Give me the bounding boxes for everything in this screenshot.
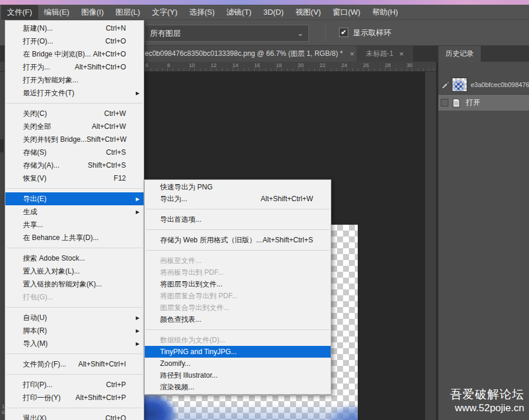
menu-item[interactable]: 打开为智能对象... (5, 74, 144, 86)
menu-item[interactable]: 打开(O)...Ctrl+O (5, 35, 144, 48)
menu-item-shortcut: Ctrl+P (106, 381, 126, 389)
menu-item-label: 打开为... (23, 62, 50, 72)
menu-item[interactable]: 路径到 Illustrator... (145, 369, 331, 381)
ruler-number: 30 (407, 62, 412, 68)
menu-item[interactable]: 自动(U)▶ (5, 311, 144, 324)
close-icon[interactable]: × (400, 49, 404, 58)
menu-item[interactable]: TinyPNG and TinyJPG... (145, 346, 331, 358)
ruler-number: 26 (363, 62, 369, 68)
menu-item[interactable]: 搜索 Adobe Stock... (5, 252, 144, 265)
menu-item[interactable]: 关闭(C)Ctrl+W (5, 107, 144, 120)
tab-history-panel[interactable]: 历史记录 (438, 46, 481, 62)
menubar-item[interactable]: 图像(I) (75, 5, 109, 19)
menu-item[interactable]: 快速导出为 PNG (145, 181, 331, 193)
menu-item-label: 打印(P)... (23, 380, 52, 390)
menu-item[interactable]: 在 Bridge 中浏览(B)...Alt+Ctrl+O (5, 48, 144, 61)
menu-item-label: 文件简介(F)... (23, 359, 66, 369)
menu-item-label: 脚本(R) (23, 326, 47, 336)
menu-item[interactable]: 生成▶ (5, 205, 144, 218)
menu-item-label: 路径到 Illustrator... (160, 371, 218, 381)
menubar-item[interactable]: 滤镜(T) (221, 5, 258, 19)
tab-untitled-document[interactable]: 未标题-1 × (357, 46, 413, 62)
menubar-item[interactable]: 文件(F) (1, 5, 38, 19)
ruler-number: 16 (254, 62, 260, 68)
menu-item[interactable]: 打开为...Alt+Shift+Ctrl+O (5, 61, 144, 74)
menu-item[interactable]: 关闭全部Alt+Ctrl+W (5, 120, 144, 133)
menu-item-label: 导入(M) (23, 339, 48, 349)
check-icon: ✔ (341, 28, 347, 36)
menubar-item[interactable]: 3D(D) (257, 5, 290, 19)
menubar-item[interactable]: 文字(Y) (146, 5, 183, 19)
menu-item[interactable]: 存储(S)Ctrl+S (5, 146, 144, 159)
menu-item[interactable]: Zoomify... (145, 358, 331, 369)
menu-item[interactable]: 置入嵌入对象(L)... (5, 265, 144, 278)
menubar-item[interactable]: 选择(S) (183, 5, 220, 19)
ruler-number: 10 (189, 62, 195, 68)
submenu-arrow-icon: ▶ (136, 209, 139, 215)
menu-item-label: 将画板导出到 PDF... (160, 268, 224, 278)
menu-item[interactable]: 打印(P)...Ctrl+P (5, 378, 144, 391)
submenu-arrow-icon: ▶ (136, 341, 139, 346)
sample-layers-dropdown[interactable]: 所有图层 ⌄ (145, 25, 309, 42)
vertical-scrollbar[interactable] (425, 72, 436, 420)
menu-item: 将画板导出到 PDF... (145, 266, 331, 278)
menu-item-label: 快速导出为 PNG (160, 182, 212, 192)
menu-item-label: Zoomify... (160, 359, 191, 368)
menu-item[interactable]: 渲染视频... (145, 381, 331, 393)
menu-item[interactable]: 新建(N)...Ctrl+N (5, 22, 144, 35)
sample-layers-value: 所有图层 (150, 28, 181, 39)
options-bar-divider (325, 23, 326, 43)
submenu-arrow-icon: ▶ (136, 315, 139, 321)
menubar-item[interactable]: 窗口(W) (327, 5, 366, 19)
menu-item[interactable]: 共享... (5, 218, 144, 231)
menu-item-shortcut: Alt+Shift+Ctrl+S (262, 236, 313, 244)
menu-separator (6, 354, 142, 354)
menu-item-shortcut: Shift+Ctrl+S (88, 161, 126, 169)
menu-item-label: 打印一份(Y) (23, 393, 61, 403)
history-source-row[interactable]: e3a0bfcec0b098476c8 (438, 75, 529, 94)
menu-item[interactable]: 存储为 Web 所用格式（旧版）...Alt+Shift+Ctrl+S (145, 234, 331, 246)
menu-item[interactable]: 恢复(V)F12 (5, 172, 144, 185)
menu-item[interactable]: 颜色查找表... (145, 314, 331, 325)
menu-item-label: 共享... (23, 220, 43, 230)
menubar-item[interactable]: 视图(V) (290, 5, 327, 19)
menu-item[interactable]: 在 Behance 上共享(D)... (5, 231, 144, 244)
ruler-number: 12 (211, 62, 217, 68)
menu-item[interactable]: 脚本(R)▶ (5, 324, 144, 337)
menubar-item[interactable]: 图层(L) (109, 5, 146, 19)
menu-item-label: 恢复(V) (23, 174, 46, 184)
tab-title: ec0b098476c8350bc0133398c.png @ 66.7% (图… (145, 49, 342, 59)
menu-item-shortcut: Alt+Shift+Ctrl+W (261, 195, 313, 203)
menu-item[interactable]: 存储为(A)...Shift+Ctrl+S (5, 159, 144, 172)
menu-separator (146, 329, 330, 330)
menubar-item[interactable]: 帮助(H) (366, 5, 404, 19)
menu-item[interactable]: 退出(X)Ctrl+Q (5, 412, 144, 420)
menu-item[interactable]: 导出为...Alt+Shift+Ctrl+W (145, 193, 331, 205)
watermark-forum-name: 吾爱破解论坛 (450, 386, 524, 402)
menu-item: 画板至文件... (145, 255, 331, 266)
history-brush-source-well[interactable] (441, 99, 448, 106)
menu-separator (6, 103, 142, 104)
menubar-item[interactable]: 编辑(E) (38, 5, 75, 19)
menu-item[interactable]: 打印一份(Y)Alt+Shift+Ctrl+P (5, 391, 144, 404)
menu-item-label: 关闭(C) (23, 109, 47, 119)
menu-item[interactable]: 最近打开文件(T)▶ (5, 86, 144, 99)
menu-item[interactable]: 置入链接的智能对象(K)... (5, 278, 144, 291)
ruler-number: 14 (232, 62, 238, 68)
menu-item[interactable]: 导出首选项... (145, 214, 331, 225)
menu-item[interactable]: 导出(E)▶ (5, 192, 144, 205)
menu-item[interactable]: 导入(M)▶ (5, 337, 144, 350)
show-sampling-ring-checkbox[interactable]: ✔ (339, 28, 348, 37)
menu-item: 图层复合导出到文件... (145, 302, 331, 314)
file-menu-dropdown: 新建(N)...Ctrl+N打开(O)...Ctrl+O在 Bridge 中浏览… (5, 20, 144, 420)
menu-item[interactable]: 关闭并转到 Bridge...Shift+Ctrl+W (5, 133, 144, 146)
menu-item-shortcut: Alt+Ctrl+O (93, 50, 126, 58)
close-icon[interactable]: × (350, 49, 354, 58)
menu-item-label: 存储为 Web 所用格式（旧版）... (160, 235, 262, 245)
menu-item[interactable]: 将图层导出到文件... (145, 278, 331, 290)
menu-separator (146, 229, 330, 230)
menu-separator (146, 250, 330, 251)
history-state-open[interactable]: 打开 (438, 94, 529, 111)
menu-item[interactable]: 文件简介(F)...Alt+Shift+Ctrl+I (5, 358, 144, 371)
menu-item-label: 颜色查找表... (160, 315, 201, 325)
